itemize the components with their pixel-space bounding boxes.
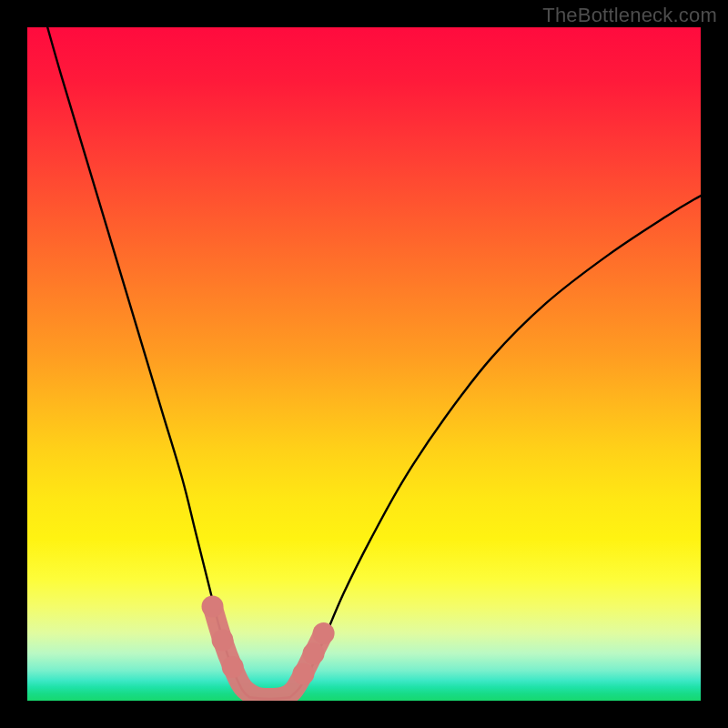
chart-frame: TheBottleneck.com	[0, 0, 728, 728]
curve-layer	[27, 27, 701, 701]
marker-dot	[313, 622, 335, 644]
bottleneck-curve-left-branch	[47, 27, 249, 697]
marker-dot	[292, 662, 314, 684]
watermark-text: TheBottleneck.com	[542, 4, 717, 27]
marker-dot	[222, 656, 244, 678]
marker-dot	[202, 595, 224, 617]
marker-dot	[212, 629, 234, 651]
marker-dot	[303, 642, 325, 664]
plot-area	[27, 27, 701, 701]
bottleneck-curve-right-branch	[290, 196, 701, 697]
